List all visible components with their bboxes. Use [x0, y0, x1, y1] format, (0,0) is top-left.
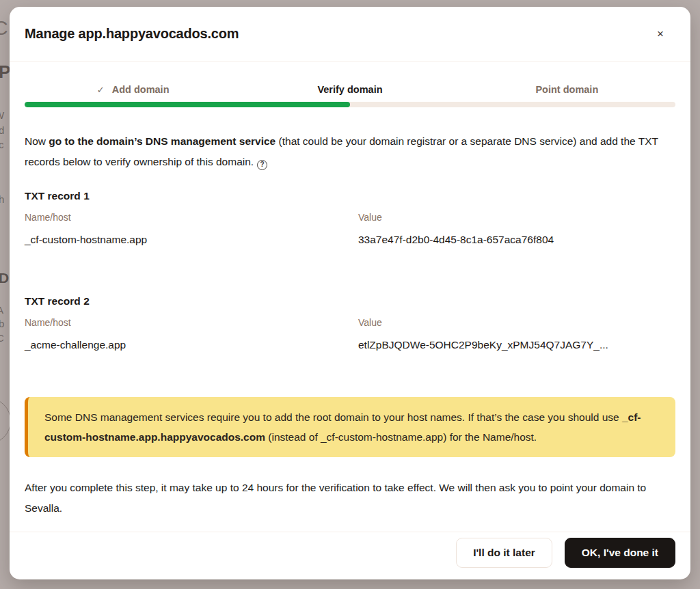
step-verify-domain: Verify domain [241, 83, 458, 96]
dialog-header: Manage app.happyavocados.com × [10, 7, 690, 61]
step-label: Add domain [112, 84, 170, 95]
step-point-domain: Point domain [459, 83, 675, 96]
instructions-bold-text: go to the domain’s DNS management servic… [49, 135, 275, 147]
name-host-label: Name/host [25, 317, 358, 328]
callout-text: Some DNS management services require you… [44, 411, 622, 423]
close-icon[interactable]: × [651, 25, 670, 44]
bg-letter-fragment: C [0, 333, 4, 343]
dialog-body: ✓ Add domain Verify domain Point domain … [10, 83, 690, 519]
dialog-title: Manage app.happyavocados.com [25, 26, 239, 42]
verification-time-note: After you complete this step, it may tak… [25, 478, 675, 519]
step-label: Point domain [535, 84, 598, 95]
bg-letter-fragment: A [0, 305, 3, 315]
help-icon[interactable]: ? [257, 160, 267, 170]
bg-letter-fragment: W [0, 110, 4, 120]
bg-letter-fragment: b [0, 318, 4, 329]
record-value: etlZpBJQDWe-5OHC2P9beKy_xPMJ54Q7JAG7Y_..… [358, 339, 675, 351]
ok-done-button[interactable]: OK, I've done it [565, 538, 675, 568]
name-host-label: Name/host [25, 212, 358, 223]
manage-domain-dialog: Manage app.happyavocados.com × ✓ Add dom… [10, 7, 690, 579]
bg-letter-fragment: d [0, 125, 4, 135]
step-label: Verify domain [317, 84, 382, 95]
record-title: TXT record 2 [25, 295, 675, 307]
callout-text: (instead of _cf-custom-hostname.app) for… [265, 431, 537, 443]
domain-setup-stepper: ✓ Add domain Verify domain Point domain [25, 83, 675, 96]
check-icon: ✓ [97, 85, 105, 95]
value-label: Value [358, 317, 675, 328]
dns-root-domain-callout: Some DNS management services require you… [25, 397, 675, 457]
bg-letter-fragment: C [0, 18, 8, 38]
do-it-later-button[interactable]: I'll do it later [456, 538, 552, 568]
dialog-footer: I'll do it later OK, I've done it [10, 532, 690, 579]
record-title: TXT record 1 [25, 190, 675, 202]
record-value: 33a7e47f-d2b0-4d45-8c1a-657aca76f804 [358, 234, 675, 246]
step-add-domain: ✓ Add domain [25, 83, 241, 96]
txt-record-2: TXT record 2 Name/host Value _acme-chall… [25, 295, 675, 351]
verify-instructions: Now go to the domain’s DNS management se… [25, 131, 675, 172]
bg-letter-fragment: D [0, 271, 9, 285]
bg-letter-fragment: h [0, 194, 4, 204]
instructions-text: Now [25, 135, 49, 147]
record-name-host: _cf-custom-hostname.app [25, 234, 358, 246]
stepper-progress-fill [25, 102, 350, 107]
stepper-progress-track [25, 102, 675, 107]
value-label: Value [358, 212, 675, 223]
bg-letter-fragment: c [0, 139, 4, 150]
record-name-host: _acme-challenge.app [25, 339, 358, 351]
txt-record-1: TXT record 1 Name/host Value _cf-custom-… [25, 190, 675, 246]
